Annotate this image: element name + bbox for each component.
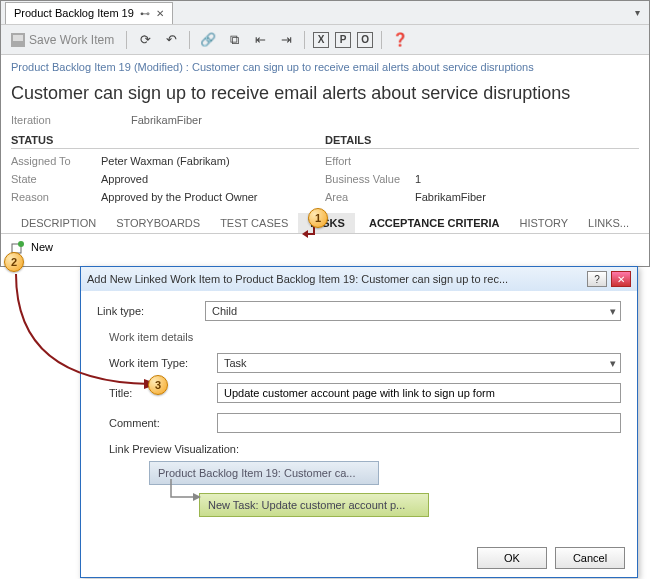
refresh-icon[interactable]: ⟳ bbox=[135, 30, 155, 50]
business-value-label: Business Value bbox=[325, 173, 415, 185]
ok-button[interactable]: OK bbox=[477, 547, 547, 569]
preview-child-node: New Task: Update customer account p... bbox=[199, 493, 429, 517]
callout-3: 3 bbox=[148, 375, 168, 395]
area-label: Area bbox=[325, 191, 415, 203]
undo-icon[interactable]: ↶ bbox=[161, 30, 181, 50]
toolbar: Save Work Item ⟳ ↶ 🔗 ⧉ ⇤ ⇥ X P O ❓ bbox=[1, 25, 649, 55]
iteration-label: Iteration bbox=[11, 114, 101, 126]
state-value[interactable]: Approved bbox=[101, 173, 148, 185]
reason-value[interactable]: Approved by the Product Owner bbox=[101, 191, 258, 203]
add-linked-work-item-dialog: Add New Linked Work Item to Product Back… bbox=[80, 266, 638, 578]
link-type-combo[interactable]: Child bbox=[205, 301, 621, 321]
save-disk-icon bbox=[11, 33, 25, 47]
tab-storyboards[interactable]: STORYBOARDS bbox=[106, 213, 210, 233]
tab-title: Product Backlog Item 19 bbox=[14, 7, 134, 19]
work-item-type-label: Work item Type: bbox=[109, 357, 209, 369]
effort-label: Effort bbox=[325, 155, 415, 167]
title-input[interactable] bbox=[217, 383, 621, 403]
callout-1: 1 bbox=[308, 208, 328, 228]
x-box-icon[interactable]: X bbox=[313, 32, 329, 48]
comment-input[interactable] bbox=[217, 413, 621, 433]
state-label: State bbox=[11, 173, 101, 185]
tab-links[interactable]: LINKS... bbox=[578, 213, 639, 233]
breadcrumb: Product Backlog Item 19 (Modified) : Cus… bbox=[1, 55, 649, 79]
new-button[interactable]: New bbox=[31, 241, 53, 253]
dialog-close-button[interactable]: ✕ bbox=[611, 271, 631, 287]
work-item-details-section: Work item details bbox=[109, 331, 621, 343]
status-header: STATUS bbox=[11, 134, 325, 149]
details-header: DETAILS bbox=[325, 134, 639, 149]
help-icon[interactable]: ❓ bbox=[390, 30, 410, 50]
tab-acceptance-criteria[interactable]: ACCEPTANCE CRITERIA bbox=[359, 213, 510, 233]
close-icon[interactable]: ✕ bbox=[156, 8, 164, 19]
callout-2: 2 bbox=[4, 252, 24, 272]
tab-description[interactable]: DESCRIPTION bbox=[11, 213, 106, 233]
tab-history[interactable]: HISTORY bbox=[510, 213, 579, 233]
tab-dropdown-icon[interactable]: ▾ bbox=[629, 5, 645, 21]
business-value-value[interactable]: 1 bbox=[415, 173, 421, 185]
svg-point-1 bbox=[18, 241, 24, 247]
pin-icon[interactable]: ⊷ bbox=[140, 8, 150, 19]
link-preview-label: Link Preview Visualization: bbox=[109, 443, 621, 455]
dialog-help-button[interactable]: ? bbox=[587, 271, 607, 287]
assigned-to-label: Assigned To bbox=[11, 155, 101, 167]
link-preview: Product Backlog Item 19: Customer ca... … bbox=[109, 461, 621, 517]
reason-label: Reason bbox=[11, 191, 101, 203]
cancel-button[interactable]: Cancel bbox=[555, 547, 625, 569]
save-work-item-button[interactable]: Save Work Item bbox=[7, 33, 118, 47]
iteration-value[interactable]: FabrikamFiber bbox=[131, 114, 202, 126]
p-box-icon[interactable]: P bbox=[335, 32, 351, 48]
save-label: Save Work Item bbox=[29, 33, 114, 47]
work-item-title[interactable]: Customer can sign up to receive email al… bbox=[1, 79, 649, 114]
outdent-icon[interactable]: ⇤ bbox=[250, 30, 270, 50]
document-tab[interactable]: Product Backlog Item 19 ⊷ ✕ bbox=[5, 2, 173, 24]
document-tabbar: Product Backlog Item 19 ⊷ ✕ ▾ bbox=[1, 1, 649, 25]
o-box-icon[interactable]: O bbox=[357, 32, 373, 48]
tab-test-cases[interactable]: TEST CASES bbox=[210, 213, 298, 233]
link-type-label: Link type: bbox=[97, 305, 197, 317]
link-icon[interactable]: 🔗 bbox=[198, 30, 218, 50]
comment-label: Comment: bbox=[109, 417, 209, 429]
copy-icon[interactable]: ⧉ bbox=[224, 30, 244, 50]
dialog-title: Add New Linked Work Item to Product Back… bbox=[87, 273, 508, 285]
assigned-to-value[interactable]: Peter Waxman (Fabrikam) bbox=[101, 155, 230, 167]
area-value[interactable]: FabrikamFiber bbox=[415, 191, 486, 203]
indent-icon[interactable]: ⇥ bbox=[276, 30, 296, 50]
work-item-type-combo[interactable]: Task bbox=[217, 353, 621, 373]
